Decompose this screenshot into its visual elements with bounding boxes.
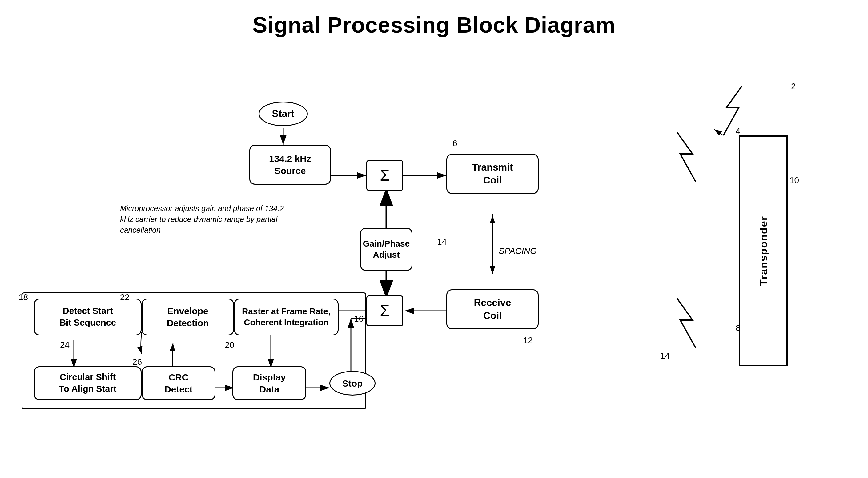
- ref-18: 18: [19, 292, 28, 302]
- ref-4: 4: [736, 126, 741, 136]
- envelope-detection-block: Envelope Detection: [142, 298, 234, 336]
- display-data-block: Display Data: [232, 366, 306, 400]
- circular-shift-block: Circular Shift To Align Start: [34, 366, 142, 400]
- ref-14b: 14: [660, 351, 670, 361]
- gain-phase-block: Gain/Phase Adjust: [360, 228, 412, 271]
- stop-block: Stop: [329, 371, 375, 395]
- transmit-coil-block: Transmit Coil: [446, 154, 539, 194]
- source-block: 134.2 kHz Source: [249, 145, 331, 185]
- receive-coil-block: Receive Coil: [446, 289, 539, 329]
- ref-14a: 14: [437, 237, 446, 247]
- ref-6: 6: [453, 138, 457, 148]
- ref-2: 2: [791, 82, 796, 91]
- crc-detect-block: CRC Detect: [142, 366, 215, 400]
- annotation-text: Microprocessor adjusts gain and phase of…: [120, 203, 299, 235]
- page-title: Signal Processing Block Diagram: [0, 0, 868, 37]
- sigma-top-block: Σ: [366, 160, 403, 191]
- start-block: Start: [258, 102, 308, 126]
- transponder-block: Transponder: [739, 135, 788, 366]
- sigma-bottom-block: Σ: [366, 295, 403, 326]
- ref-20: 20: [225, 340, 234, 350]
- ref-10: 10: [789, 176, 799, 185]
- lightning-bolt-14: [662, 292, 723, 354]
- raster-block: Raster at Frame Rate, Coherent Integrati…: [234, 298, 339, 336]
- detect-start-block: Detect Start Bit Sequence: [34, 298, 142, 336]
- lightning-bolt-4: [662, 126, 723, 188]
- ref-22: 22: [120, 292, 130, 302]
- spacing-label: SPACING: [499, 246, 537, 256]
- transponder-label: Transponder: [757, 216, 770, 286]
- ref-12: 12: [523, 336, 533, 345]
- ref-16: 16: [354, 314, 364, 324]
- ref-24: 24: [60, 340, 69, 350]
- ref-8: 8: [736, 323, 741, 333]
- ref-26: 26: [132, 357, 142, 367]
